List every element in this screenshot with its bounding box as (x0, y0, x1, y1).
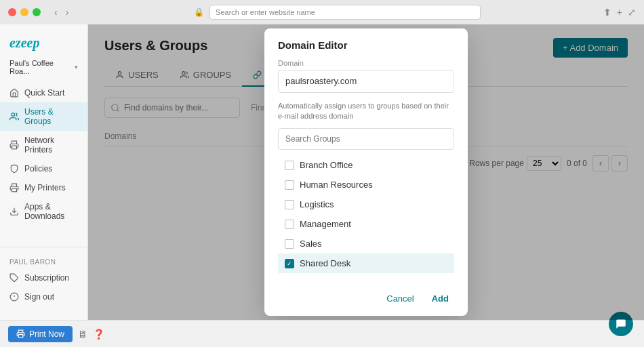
search-groups-input[interactable] (278, 128, 454, 150)
logo: ezeep (0, 33, 87, 59)
sidebar: ezeep Paul's Coffee Roa... ▾ Quick Start… (0, 24, 88, 320)
maximize-button[interactable] (33, 8, 41, 16)
modal-title: Domain Editor (278, 39, 454, 51)
sidebar-item-my-printers[interactable]: My Printers (0, 178, 87, 197)
nav-arrows: ‹ › (52, 5, 71, 19)
titlebar: ‹ › 🔒 Search or enter website name ⬆ + ⤢ (0, 0, 644, 24)
cancel-button[interactable]: Cancel (381, 291, 419, 306)
bottom-bar: Print Now 🖥 ❓ (0, 320, 644, 347)
sidebar-item-network-printers[interactable]: Network Printers (0, 131, 87, 159)
group-label-logistics: Logistics (300, 199, 334, 209)
monitor-icon[interactable]: 🖥 (78, 329, 87, 340)
titlebar-center: 🔒 Search or enter website name (77, 5, 597, 20)
modal-header: Domain Editor (264, 28, 468, 59)
modal-overlay[interactable]: Domain Editor Domain Automatically assig… (88, 24, 644, 320)
domain-input[interactable] (278, 70, 454, 93)
checkbox-branch-office[interactable] (285, 161, 294, 170)
group-label-shared-desk: Shared Desk (300, 258, 350, 268)
sidebar-label-policies: Policies (24, 164, 52, 174)
back-button[interactable]: ‹ (52, 5, 60, 19)
content-area: Users & Groups USERS GROUPS DOMAINS Find… (88, 24, 644, 320)
group-item-shared-desk[interactable]: Shared Desk (278, 253, 454, 273)
minimize-button[interactable] (20, 8, 28, 16)
group-label-management: Management (300, 219, 351, 229)
power-icon (9, 292, 19, 302)
sidebar-item-sign-out[interactable]: Sign out (0, 287, 87, 306)
checkbox-management[interactable] (285, 220, 294, 229)
close-button[interactable] (8, 8, 16, 16)
domain-editor-modal: Domain Editor Domain Automatically assig… (264, 28, 468, 317)
new-tab-icon[interactable]: + (617, 7, 622, 18)
address-bar[interactable]: Search or enter website name (209, 5, 481, 20)
svg-rect-1 (12, 146, 17, 149)
sidebar-label-subscription: Subscription (24, 273, 69, 283)
print-icon (16, 329, 25, 338)
sidebar-item-apps-downloads[interactable]: Apps & Downloads (0, 197, 87, 226)
address-text: Search or enter website name (216, 8, 315, 16)
users-icon (9, 112, 19, 121)
checkbox-sales[interactable] (285, 239, 294, 249)
group-item-management[interactable]: Management (278, 214, 454, 234)
chevron-down-icon: ▾ (75, 64, 78, 70)
checkbox-human-resources[interactable] (285, 180, 294, 190)
sidebar-label-users-groups: Users & Groups (24, 107, 78, 126)
checkbox-logistics[interactable] (285, 200, 294, 209)
logo-text: ezeep (9, 35, 39, 50)
home-icon (9, 88, 19, 98)
download-icon (9, 207, 19, 216)
shield-icon (9, 164, 19, 174)
sidebar-item-policies[interactable]: Policies (0, 159, 87, 178)
forward-button[interactable]: › (63, 5, 72, 19)
printer-icon (9, 140, 19, 150)
modal-footer: Cancel Add (264, 284, 468, 316)
account-name-text: Paul's Coffee Roa... (9, 59, 72, 75)
group-item-sales[interactable]: Sales (278, 234, 454, 253)
titlebar-actions: ⬆ + ⤢ (603, 7, 636, 18)
tag-icon (9, 273, 19, 283)
bottom-icons: 🖥 ❓ (78, 329, 104, 340)
svg-rect-2 (12, 188, 17, 192)
modal-body: Domain Automatically assign users to gro… (264, 59, 468, 285)
account-selector[interactable]: Paul's Coffee Roa... ▾ (0, 59, 87, 83)
svg-rect-9 (18, 335, 23, 338)
sidebar-label-quick-start: Quick Start (24, 88, 64, 98)
help-icon[interactable]: ❓ (93, 329, 104, 340)
checkbox-shared-desk[interactable] (285, 259, 294, 268)
group-label-branch-office: Branch Office (300, 160, 353, 170)
group-label-human-resources: Human Resources (300, 180, 373, 190)
fullscreen-icon[interactable]: ⤢ (628, 7, 636, 18)
sidebar-item-users-groups[interactable]: Users & Groups (0, 102, 87, 131)
sidebar-label-network-printers: Network Printers (24, 136, 78, 155)
app-layout: ezeep Paul's Coffee Roa... ▾ Quick Start… (0, 24, 644, 320)
groups-list: Branch Office Human Resources Logistics (278, 155, 454, 273)
add-button[interactable]: Add (426, 291, 454, 306)
security-icon: 🔒 (194, 7, 204, 17)
traffic-lights (8, 8, 41, 16)
domain-field-label: Domain (278, 59, 454, 67)
group-item-logistics[interactable]: Logistics (278, 195, 454, 214)
share-icon[interactable]: ⬆ (603, 7, 611, 18)
my-printer-icon (9, 183, 19, 192)
print-now-button[interactable]: Print Now (8, 326, 73, 342)
group-label-sales: Sales (300, 239, 322, 249)
group-item-human-resources[interactable]: Human Resources (278, 175, 454, 195)
sidebar-bottom: Paul Baron Subscription Sign out (0, 247, 87, 312)
sidebar-item-quick-start[interactable]: Quick Start (0, 83, 87, 102)
svg-point-0 (12, 113, 15, 117)
sidebar-item-subscription[interactable]: Subscription (0, 268, 87, 287)
group-item-branch-office[interactable]: Branch Office (278, 155, 454, 175)
auto-assign-description: Automatically assign users to groups bas… (278, 101, 454, 122)
sidebar-label-my-printers: My Printers (24, 183, 66, 192)
sidebar-label-sign-out: Sign out (24, 292, 54, 302)
print-now-label: Print Now (29, 329, 64, 339)
user-section-label: Paul Baron (0, 253, 87, 268)
sidebar-label-apps-downloads: Apps & Downloads (24, 202, 78, 221)
sidebar-nav: Quick Start Users & Groups Network Print… (0, 83, 87, 247)
